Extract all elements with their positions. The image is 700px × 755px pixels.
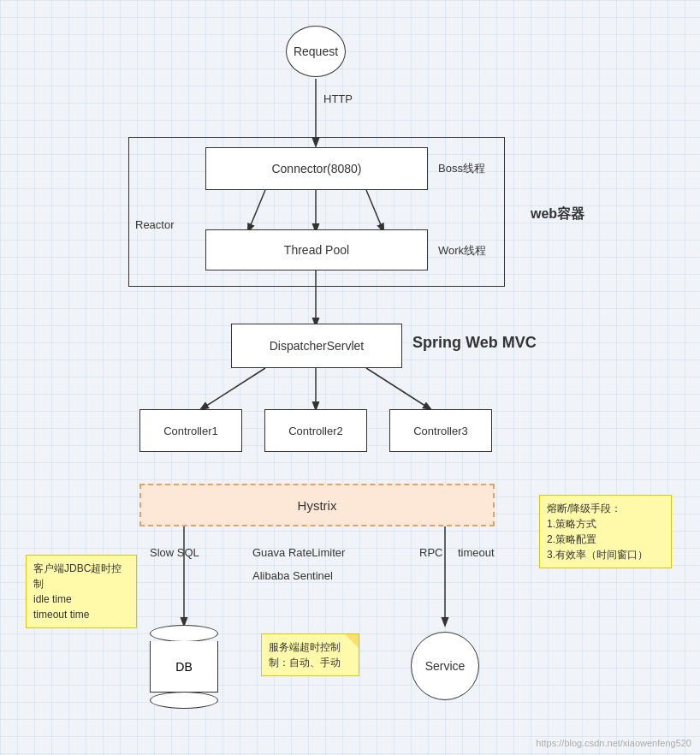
watermark: https://blog.csdn.net/xiaowenfeng520 xyxy=(536,738,691,748)
request-node: Request xyxy=(286,26,346,77)
service-node: Service xyxy=(411,632,479,700)
svg-line-5 xyxy=(201,368,265,409)
hystrix-node: Hystrix xyxy=(139,484,495,526)
controller3-node: Controller3 xyxy=(389,409,492,452)
client-jdbc-note: 客户端JDBC超时控制 idle time timeout time xyxy=(26,555,137,628)
spring-mvc-label: Spring Web MVC xyxy=(412,334,537,352)
controller1-node: Controller1 xyxy=(139,409,242,452)
service-timeout-note: 服务端超时控制 制：自动、手动 xyxy=(261,633,359,676)
controller2-node: Controller2 xyxy=(264,409,367,452)
cylinder-top xyxy=(150,625,218,642)
dispatcher-node: DispatcherServlet xyxy=(231,324,402,368)
work-label: Work线程 xyxy=(438,243,486,259)
web-container-label: web容器 xyxy=(531,205,584,223)
cylinder-bottom xyxy=(150,692,218,709)
guava-label: Guava RateLimiter xyxy=(252,546,345,559)
http-label: HTTP xyxy=(323,92,353,105)
boss-label: Boss线程 xyxy=(438,161,485,176)
slow-sql-label: Slow SQL xyxy=(150,546,199,559)
fuse-note: 熔断/降级手段： 1.策略方式 2.策略配置 3.有效率（时间窗口） xyxy=(539,495,672,568)
db-node: DB xyxy=(150,625,218,709)
reactor-label: Reactor xyxy=(135,218,175,231)
timeout-label: timeout xyxy=(458,546,495,559)
diagram-container: Request HTTP web容器 Connector(8080) Boss线… xyxy=(0,0,700,755)
rpc-label: RPC xyxy=(419,546,442,559)
svg-line-7 xyxy=(366,368,430,409)
connector-node: Connector(8080) xyxy=(205,147,428,190)
threadpool-node: Thread Pool xyxy=(205,229,428,270)
cylinder-body: DB xyxy=(150,641,218,693)
alibaba-label: Alibaba Sentinel xyxy=(252,569,333,582)
